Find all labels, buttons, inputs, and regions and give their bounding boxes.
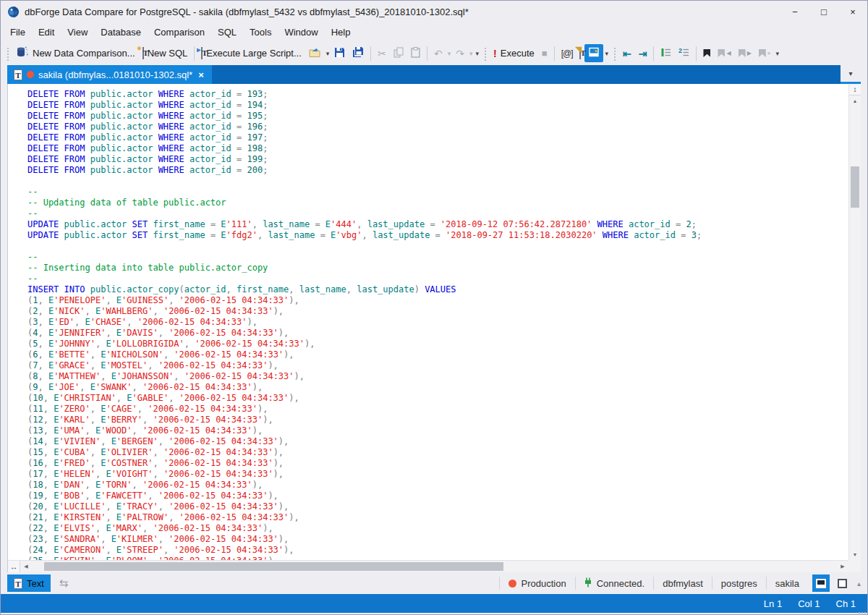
code-line: (14, E'VIVIEN', E'BERGEN', '2006-02-15 0…: [27, 436, 848, 447]
layout-split-button[interactable]: [812, 574, 830, 592]
generate-script-button[interactable]: ◥: [576, 46, 584, 61]
code-line: (21, E'KIRSTEN', E'PALTROW', '2006-02-15…: [27, 512, 848, 523]
code-line: -- Updating data of table public.actor: [27, 198, 848, 208]
clear-bookmarks-icon: [759, 49, 766, 57]
next-bookmark-button[interactable]: ▶: [735, 47, 755, 59]
swap-sources-icon[interactable]: ⇆: [59, 577, 69, 590]
open-documents-dropdown[interactable]: ▾: [847, 67, 854, 80]
code-line: DELETE FROM public.actor WHERE actor_id …: [27, 132, 848, 143]
redo-dropdown[interactable]: ▾: [468, 48, 475, 59]
panel-overflow-button[interactable]: ▴: [857, 580, 861, 588]
toolbar-grip[interactable]: [483, 46, 487, 61]
copy-button[interactable]: [390, 45, 407, 62]
next-bookmark-icon: [739, 49, 746, 57]
menu-edit[interactable]: Edit: [32, 24, 61, 41]
environment-indicator[interactable]: Production: [500, 577, 575, 590]
decrease-indent-button[interactable]: ⇤: [619, 46, 635, 62]
results-grid-toggle-button[interactable]: [584, 44, 603, 62]
app-icon: [7, 6, 20, 18]
undo-dropdown[interactable]: ▾: [446, 48, 453, 59]
menu-window[interactable]: Window: [278, 24, 324, 41]
connection-indicator[interactable]: Connected.: [576, 577, 654, 590]
menu-tools[interactable]: Tools: [243, 24, 278, 41]
close-button[interactable]: ×: [838, 1, 867, 22]
open-file-button[interactable]: [305, 45, 325, 62]
svg-text:2: 2: [678, 47, 682, 54]
line-indicator: Ln 1: [764, 598, 782, 609]
save-button[interactable]: [331, 45, 349, 62]
open-file-dropdown[interactable]: ▾: [325, 48, 331, 59]
maximize-button[interactable]: □: [809, 1, 838, 22]
server-name[interactable]: dbfmylast: [654, 577, 712, 590]
toolbar-separator: [696, 46, 697, 61]
new-data-comparison-label: New Data Comparison...: [33, 48, 135, 59]
menu-help[interactable]: Help: [325, 24, 357, 41]
code-line: DELETE FROM public.actor WHERE actor_id …: [27, 111, 848, 122]
undo-button[interactable]: ↶: [430, 46, 446, 61]
scrollbar-corner: [848, 560, 861, 572]
new-data-comparison-button[interactable]: New Data Comparison...: [12, 44, 139, 62]
menu-sql[interactable]: SQL: [211, 24, 243, 41]
menu-comparison[interactable]: Comparison: [148, 24, 211, 41]
cut-button[interactable]: ✂: [374, 46, 390, 61]
sql-editor[interactable]: DELETE FROM public.actor WHERE actor_id …: [8, 84, 848, 560]
menu-file[interactable]: File: [4, 24, 32, 41]
resize-grip[interactable]: [858, 611, 867, 614]
database-name[interactable]: sakila: [767, 577, 808, 590]
horizontal-scroll-thumb[interactable]: [44, 562, 503, 571]
statusbar: Ln 1 Col 1 Ch 1: [1, 594, 867, 613]
layout-full-button[interactable]: [834, 574, 851, 592]
menu-view[interactable]: View: [61, 24, 94, 41]
code-line: (13, E'UMA', E'WOOD', '2006-02-15 04:34:…: [27, 425, 848, 436]
execute-exclamation-icon: !: [493, 48, 497, 59]
toolbar-grip[interactable]: [613, 46, 616, 61]
toolbar-overflow-button[interactable]: ▾: [475, 48, 481, 59]
horizontal-splitter-handle[interactable]: ↔: [8, 561, 20, 572]
clear-bookmarks-button[interactable]: ×: [755, 47, 775, 59]
code-line: [27, 176, 848, 187]
previous-bookmark-button[interactable]: ◀: [714, 47, 734, 59]
increase-indent-button[interactable]: ⇥: [635, 46, 651, 62]
script-document-icon: ◥: [579, 48, 581, 59]
tab-close-icon[interactable]: ×: [197, 69, 205, 80]
save-icon: [334, 47, 345, 60]
scroll-left-arrow[interactable]: ◀: [20, 561, 32, 572]
stop-execution-button[interactable]: ■: [538, 46, 551, 61]
horizontal-scrollbar[interactable]: ↔ ◀ ▶: [8, 560, 848, 572]
app-window: dbForge Data Compare for PostgreSQL - sa…: [0, 0, 868, 615]
bookmarks-dropdown[interactable]: ▾: [774, 48, 780, 59]
new-sql-button[interactable]: * New SQL: [139, 46, 192, 61]
execute-large-script-button[interactable]: ▸ Execute Large Script...: [197, 46, 305, 61]
text-view-label: Text: [27, 578, 44, 589]
manage-parameters-button[interactable]: [@]: [558, 46, 576, 61]
uncomment-lines-button[interactable]: 2: [675, 45, 693, 62]
uncomment-icon: 2: [678, 47, 689, 60]
redo-button[interactable]: ↷: [452, 46, 468, 61]
minimize-button[interactable]: −: [780, 1, 809, 22]
user-name[interactable]: postgres: [712, 577, 766, 590]
code-line: DELETE FROM public.actor WHERE actor_id …: [27, 100, 848, 111]
paste-button[interactable]: [407, 45, 424, 62]
save-all-button[interactable]: [349, 44, 367, 62]
text-view-tab[interactable]: Text: [7, 574, 51, 592]
scroll-right-arrow[interactable]: ▶: [837, 561, 848, 572]
code-line: (11, E'ZERO', E'CAGE', '2006-02-15 04:34…: [27, 404, 848, 415]
code-line: (10, E'CHRISTIAN', E'GABLE', '2006-02-15…: [27, 393, 848, 404]
vertical-scroll-thumb[interactable]: [851, 166, 859, 208]
vertical-scrollbar[interactable]: ↕ ▲ ▼: [848, 84, 861, 560]
menu-database[interactable]: Database: [94, 24, 148, 41]
toolbar-grip[interactable]: [6, 46, 9, 61]
results-grid-dropdown[interactable]: ▾: [603, 48, 610, 59]
toggle-bookmark-button[interactable]: [699, 47, 714, 59]
code-line: --: [27, 208, 848, 219]
scroll-down-arrow[interactable]: ▼: [849, 549, 861, 560]
execute-button[interactable]: ! Execute: [490, 46, 538, 62]
plug-icon: [584, 577, 592, 590]
code-line: DELETE FROM public.actor WHERE actor_id …: [27, 154, 848, 165]
paste-icon: [411, 47, 420, 60]
scroll-up-arrow[interactable]: ▲: [849, 96, 861, 106]
vertical-splitter-handle[interactable]: ↕: [849, 84, 861, 96]
comment-lines-button[interactable]: [657, 45, 675, 62]
tab-sakila-script[interactable]: sakila (dbfmylas...0181010-1302.sql* ×: [7, 65, 212, 84]
code-line: (23, E'SANDRA', E'KILMER', '2006-02-15 0…: [27, 534, 848, 545]
